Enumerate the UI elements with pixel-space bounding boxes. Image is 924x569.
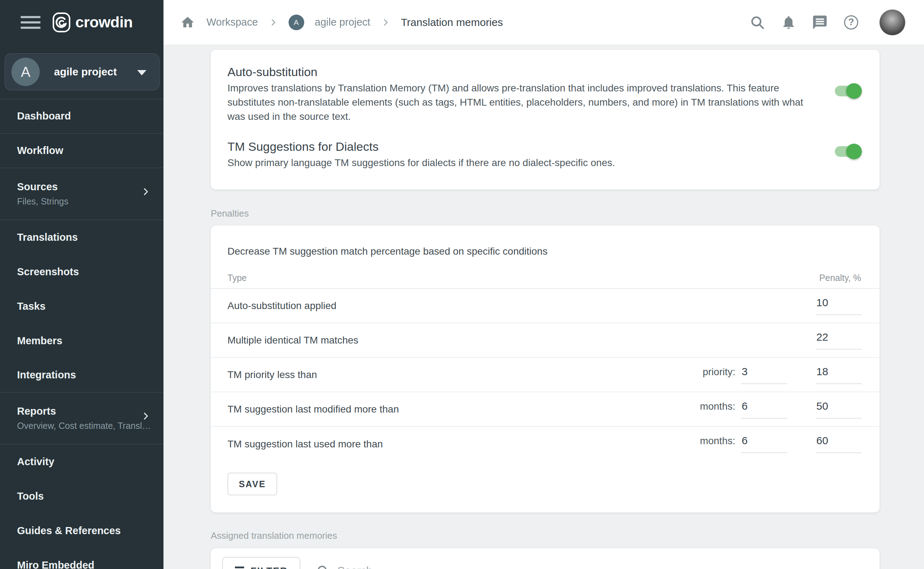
main-content: Auto-substitution Improves translations … [164,44,924,569]
notifications-bell-icon[interactable] [780,14,797,30]
priority-input[interactable] [741,365,787,384]
breadcrumb-workspace[interactable]: Workspace [206,16,258,28]
save-button[interactable]: SAVE [228,473,277,495]
months-label: months: [700,435,735,447]
menu-icon[interactable] [21,15,41,29]
project-avatar: A [11,58,40,86]
crowdin-logo[interactable]: crowdin [51,12,132,33]
penalty-input[interactable] [816,400,862,418]
penalties-table-header: Type Penalty, % [211,269,880,289]
sidebar-item-guides-references[interactable]: Guides & References [0,514,164,548]
tm-dialects-title: TM Suggestions for Dialects [228,140,823,153]
months-input[interactable] [741,400,787,418]
sidebar-item-dashboard[interactable]: Dashboard [0,99,164,134]
home-icon[interactable] [179,14,196,30]
table-row: TM suggestion last used more than months… [211,427,880,461]
assigned-tm-card: FILTER [211,548,880,569]
priority-label: priority: [702,366,735,378]
months-input[interactable] [741,435,787,453]
caret-down-icon [137,70,146,75]
table-row: Auto-substitution applied [211,289,880,323]
tm-dialects-toggle[interactable] [835,144,862,159]
table-row: Multiple identical TM matches [211,323,880,358]
project-name: agile project [54,66,117,78]
sidebar-item-screenshots[interactable]: Screenshots [0,255,164,289]
help-icon[interactable]: ? [843,14,859,30]
column-header-type: Type [228,273,247,283]
assigned-tm-search [316,557,558,569]
sidebar-header: crowdin [0,0,164,44]
tm-dialects-description: Show primary language TM suggestions for… [228,156,823,170]
project-selector[interactable]: A agile project [5,53,159,90]
chevron-right-icon [141,411,151,421]
search-icon [316,564,330,569]
sidebar-item-integrations[interactable]: Integrations [0,358,164,393]
sidebar-item-tools[interactable]: Tools [0,479,164,514]
sidebar-item-miro-embedded[interactable]: Miro Embedded [0,548,164,569]
penalty-input[interactable] [816,435,862,453]
penalties-section-label: Penalties [211,208,880,219]
crowdin-logo-mark-icon [51,12,72,33]
sidebar-item-members[interactable]: Members [0,324,164,358]
user-avatar[interactable] [879,9,906,35]
crowdin-logo-text: crowdin [75,14,132,31]
sidebar: crowdin A agile project Dashboard Workfl… [0,0,164,569]
filter-button[interactable]: FILTER [222,557,300,569]
penalties-card-title: Decrease TM suggestion match percentage … [211,225,880,257]
table-row: TM priority less than priority: [211,358,880,392]
breadcrumb-project[interactable]: agile project [315,16,370,28]
sidebar-item-sources[interactable]: Sources Files, Strings [0,168,164,220]
sidebar-menu: Dashboard Workflow Sources Files, String… [0,99,164,569]
search-input[interactable] [337,565,558,569]
chevron-right-icon [141,187,151,197]
filter-icon [235,566,244,569]
auto-substitution-toggle[interactable] [835,83,862,99]
penalty-input[interactable] [816,331,862,350]
column-header-penalty: Penalty, % [819,273,861,283]
sidebar-item-workflow[interactable]: Workflow [0,134,164,168]
topbar-actions: ? [749,9,924,35]
messages-icon[interactable] [812,14,828,30]
breadcrumb-current-page: Translation memories [401,16,503,29]
sidebar-item-tasks[interactable]: Tasks [0,289,164,324]
table-row: TM suggestion last modified more than mo… [211,392,880,427]
penalty-input[interactable] [816,365,862,384]
assigned-tm-section-label: Assigned translation memories [211,530,880,541]
topbar: Workspace A agile project Translation me… [164,0,924,44]
breadcrumb-project-avatar: A [288,15,304,30]
auto-substitution-description: Improves translations by Translation Mem… [228,81,823,124]
sidebar-item-reports[interactable]: Reports Overview, Cost estimate, Transl… [0,393,164,444]
penalties-card: Decrease TM suggestion match percentage … [211,225,880,513]
auto-substitution-title: Auto-substitution [228,65,823,78]
search-icon[interactable] [749,14,766,30]
chevron-separator-icon [381,18,390,27]
sidebar-item-activity[interactable]: Activity [0,444,164,479]
chevron-separator-icon [269,18,278,27]
sidebar-item-translations[interactable]: Translations [0,220,164,255]
breadcrumb: Workspace A agile project Translation me… [164,14,503,30]
months-label: months: [700,401,735,412]
tm-settings-card: Auto-substitution Improves translations … [211,50,880,190]
penalty-input[interactable] [816,297,862,315]
